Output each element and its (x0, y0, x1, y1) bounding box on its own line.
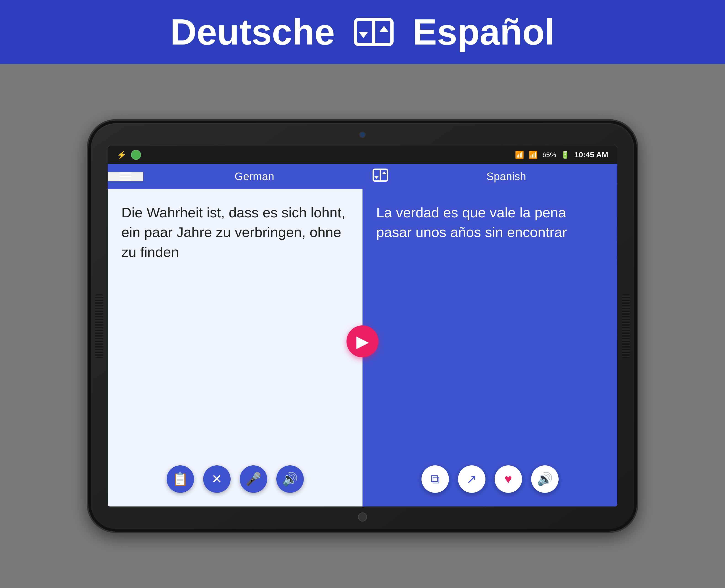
copy-button[interactable]: ⧉ (421, 465, 449, 493)
status-icons-left: ⚡ (117, 150, 141, 160)
play-icon: ▶ (356, 332, 369, 351)
speaker-german-icon: 🔊 (282, 471, 298, 487)
spanish-text[interactable]: La verdad es que vale la pena pasar unos… (376, 203, 604, 459)
hamburger-line-2 (120, 176, 132, 177)
speaker-right (622, 294, 630, 358)
speak-german-button[interactable]: 🔊 (276, 465, 304, 493)
speaker-left (95, 294, 103, 358)
status-icons-right: 📶 📶 65% 🔋 10:45 AM (515, 150, 608, 159)
svg-marker-6 (382, 171, 386, 174)
clear-icon: ✕ (212, 471, 222, 486)
app-toolbar: German Spanish (108, 164, 617, 189)
camera (359, 131, 366, 138)
status-bar: ⚡ 📶 📶 65% 🔋 10:45 AM (108, 146, 617, 164)
tablet: ⚡ 📶 📶 65% 🔋 10:45 AM German (88, 121, 637, 531)
toolbar-spanish-label[interactable]: Spanish (395, 170, 617, 183)
svg-marker-7 (374, 176, 379, 179)
home-button[interactable] (358, 512, 367, 522)
spanish-panel: La verdad es que vale la pena pasar unos… (363, 189, 617, 506)
toolbar-german-label[interactable]: German (143, 170, 365, 183)
top-header: Deutsche Español (0, 0, 725, 64)
clipboard-icon: 📋 (172, 471, 188, 487)
share-button[interactable]: ↗ (458, 465, 485, 493)
svg-marker-2 (379, 26, 388, 32)
mic-button[interactable]: 🎤 (240, 465, 267, 493)
signal-icon: 📶 (529, 150, 538, 159)
notification-icon (131, 150, 141, 160)
battery-icon: 🔋 (561, 150, 570, 159)
heart-icon: ♥ (504, 471, 512, 486)
toolbar-swap-button[interactable] (365, 168, 395, 185)
hamburger-line-3 (120, 180, 132, 181)
wifi-icon: 📶 (515, 150, 524, 159)
clock: 10:45 AM (575, 150, 608, 159)
german-text[interactable]: Die Wahrheit ist, dass es sich lohnt, ei… (121, 203, 349, 459)
screen: ⚡ 📶 📶 65% 🔋 10:45 AM German (108, 146, 617, 506)
translate-fab-button[interactable]: ▶ (346, 326, 379, 357)
menu-button[interactable] (108, 172, 143, 181)
device-wrapper: ⚡ 📶 📶 65% 🔋 10:45 AM German (0, 64, 725, 588)
svg-marker-3 (359, 32, 368, 38)
hamburger-line-1 (120, 172, 132, 173)
german-actions: 📋 ✕ 🎤 🔊 (121, 459, 349, 497)
header-lang-spanish: Español (412, 11, 555, 53)
main-content: Die Wahrheit ist, dass es sich lohnt, ei… (108, 189, 617, 506)
header-lang-german: Deutsche (170, 11, 335, 53)
spanish-actions: ⧉ ↗ ♥ 🔊 (376, 459, 604, 497)
copy-icon: ⧉ (430, 471, 440, 487)
battery-level: 65% (542, 151, 556, 159)
german-panel: Die Wahrheit ist, dass es sich lohnt, ei… (108, 189, 363, 506)
speaker-spanish-icon: 🔊 (537, 471, 553, 487)
clear-button[interactable]: ✕ (203, 465, 230, 493)
usb-icon: ⚡ (117, 150, 126, 160)
share-icon: ↗ (466, 471, 477, 486)
speak-spanish-button[interactable]: 🔊 (531, 465, 559, 493)
favorite-button[interactable]: ♥ (495, 465, 522, 493)
mic-icon: 🎤 (245, 471, 261, 487)
clipboard-button[interactable]: 📋 (167, 465, 194, 493)
header-swap-icon (353, 17, 394, 47)
